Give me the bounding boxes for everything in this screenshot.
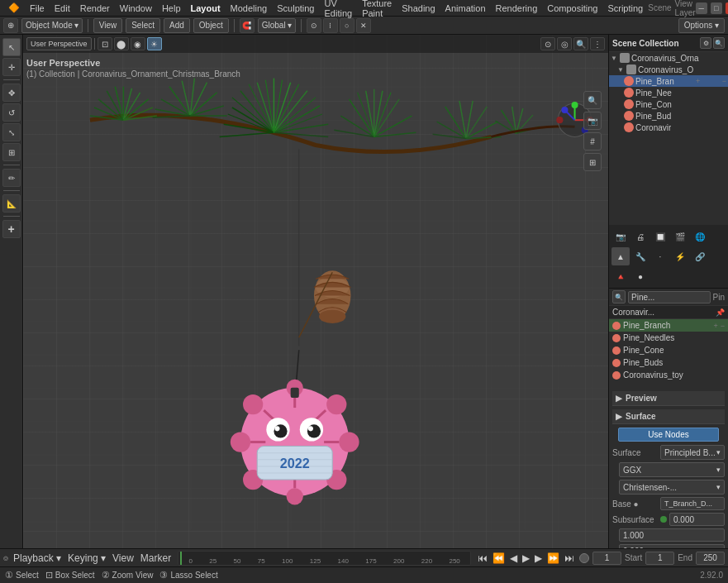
snap2-icon[interactable]: ⁞ bbox=[323, 18, 338, 33]
edit-menu[interactable]: Edit bbox=[50, 3, 75, 13]
surface-dropdown[interactable]: Principled B... ▾ bbox=[660, 445, 725, 460]
transform-space-btn[interactable]: ⊞ bbox=[583, 153, 602, 171]
blender-menu[interactable]: 🔶 bbox=[3, 2, 25, 13]
surface-header[interactable]: ▶ Surface bbox=[612, 409, 725, 424]
move-tool-btn[interactable]: ✥ bbox=[2, 84, 21, 102]
constraints-tab[interactable]: 🔗 bbox=[691, 247, 709, 265]
layout-tab[interactable]: Layout bbox=[186, 3, 226, 13]
tree-item-pine-buds[interactable]: Pine_Bud bbox=[609, 110, 728, 122]
view-menu[interactable]: View bbox=[111, 552, 136, 564]
marker-menu[interactable]: Marker bbox=[139, 552, 173, 564]
node-pine-branch[interactable]: Pine_Branch + − bbox=[609, 319, 728, 332]
ggx-dropdown[interactable]: GGX ▾ bbox=[619, 462, 725, 477]
pin-btn[interactable]: Pin bbox=[713, 293, 725, 302]
current-frame-field[interactable]: 1 bbox=[592, 552, 621, 565]
transform-tool-btn[interactable]: ⊞ bbox=[2, 143, 21, 161]
uv-editing-tab[interactable]: UV Editing bbox=[320, 0, 358, 18]
modeling-tab[interactable]: Modeling bbox=[226, 3, 273, 13]
node-pin-btn[interactable]: 📌 bbox=[716, 308, 725, 317]
prev-frame-btn[interactable]: ⏪ bbox=[491, 552, 507, 564]
preview-header[interactable]: ▶ Preview bbox=[612, 391, 725, 406]
scale-tool-btn[interactable]: ⤡ bbox=[2, 123, 21, 141]
scene-props-tab[interactable]: 🎬 bbox=[671, 227, 689, 246]
annotate-tool-btn[interactable]: ✏ bbox=[2, 169, 21, 187]
help-menu[interactable]: Help bbox=[157, 3, 186, 13]
file-menu[interactable]: File bbox=[25, 3, 50, 13]
select-status[interactable]: ① Select bbox=[5, 570, 39, 581]
christensen-dropdown[interactable]: Christensen-... ▾ bbox=[619, 480, 725, 495]
pivot-icon[interactable]: ⊙ bbox=[307, 18, 321, 33]
sculpting-tab[interactable]: Sculpting bbox=[272, 3, 319, 13]
box-select-status[interactable]: ⊡ Box Select bbox=[45, 570, 95, 581]
view-layer-tab[interactable]: 🔲 bbox=[651, 227, 669, 246]
lasso-status[interactable]: ③ Lasso Select bbox=[159, 570, 217, 581]
scene-label[interactable]: ⌾ bbox=[3, 553, 8, 562]
object-menu-btn[interactable]: Object bbox=[193, 18, 229, 33]
texture-paint-tab[interactable]: Texture Paint bbox=[357, 0, 397, 18]
material-name-field[interactable]: Pine... bbox=[628, 291, 711, 303]
tree-item-coronavirus[interactable]: Coronavir bbox=[609, 122, 728, 133]
data-tab[interactable]: 🔺 bbox=[611, 267, 630, 285]
scene-collection-settings-btn[interactable]: ⚙ bbox=[700, 37, 711, 49]
base-value[interactable]: T_Branch_D... bbox=[660, 497, 725, 510]
play-btn[interactable]: ▶ bbox=[521, 552, 531, 564]
tree-item-pine-branch[interactable]: Pine_Bran + − bbox=[609, 75, 728, 87]
window-menu[interactable]: Window bbox=[115, 3, 157, 13]
select-menu-btn[interactable]: Select bbox=[126, 18, 160, 33]
material-search-btn[interactable]: 🔍 bbox=[612, 290, 626, 303]
tree-item-pine-needles[interactable]: Pine_Nee bbox=[609, 87, 728, 98]
node-coronavirus[interactable]: Coronavirus_toy bbox=[609, 369, 728, 381]
select-tool-btn[interactable]: ↖ bbox=[2, 38, 21, 56]
animation-tab[interactable]: Animation bbox=[440, 3, 491, 13]
viewport[interactable]: User Perspective ⊡ ⬤ ◉ ☀ ⊙ ◎ 🔍 ⋮ User Pe… bbox=[23, 35, 608, 548]
physics-tab[interactable]: ⚡ bbox=[671, 247, 689, 265]
node-pine-needles[interactable]: Pine_Needles bbox=[609, 332, 728, 344]
jump-start-btn[interactable]: ⏮ bbox=[476, 552, 489, 564]
node-pine-cone[interactable]: Pine_Cone bbox=[609, 344, 728, 356]
tree-item-coronavirus-orna[interactable]: ▼ Coronavirus_O bbox=[609, 64, 728, 75]
render-menu[interactable]: Render bbox=[75, 3, 115, 13]
add-menu-btn[interactable]: Add bbox=[164, 18, 190, 33]
next-frame-btn[interactable]: ⏩ bbox=[545, 552, 561, 564]
timeline-ruler[interactable]: 0 25 50 75 100 125 140 175 200 220 250 bbox=[178, 551, 471, 566]
options-dropdown[interactable]: Options ▾ bbox=[678, 18, 725, 33]
rotate-tool-btn[interactable]: ↺ bbox=[2, 103, 21, 122]
object-props-tab[interactable]: ▲ bbox=[611, 247, 630, 265]
sub-val3[interactable]: 0.200 bbox=[619, 544, 725, 548]
compositing-tab[interactable]: Compositing bbox=[542, 3, 602, 13]
use-nodes-btn[interactable]: Use Nodes bbox=[618, 428, 719, 442]
record-btn[interactable] bbox=[579, 553, 589, 563]
minimize-button[interactable]: ─ bbox=[696, 2, 707, 14]
next-keyframe-btn[interactable]: ▶ bbox=[533, 552, 544, 564]
material-tab[interactable]: ● bbox=[631, 267, 649, 285]
view-menu-btn[interactable]: View bbox=[93, 18, 123, 33]
close-button[interactable]: ✕ bbox=[726, 2, 728, 14]
tree-item-collection[interactable]: ▼ Coronavirus_Orna bbox=[609, 52, 728, 64]
sub-val2[interactable]: 1.000 bbox=[619, 528, 725, 542]
camera-btn[interactable]: 📷 bbox=[583, 112, 602, 130]
cursor-tool-btn[interactable]: ✛ bbox=[2, 58, 21, 76]
scripting-tab[interactable]: Scripting bbox=[602, 3, 648, 13]
jump-end-btn[interactable]: ⏭ bbox=[563, 552, 576, 564]
shading-tab[interactable]: Shading bbox=[397, 3, 440, 13]
zoom-status[interactable]: ② Zoom View bbox=[102, 570, 154, 581]
playback-menu[interactable]: Playback ▾ bbox=[12, 552, 63, 564]
world-props-tab[interactable]: 🌐 bbox=[691, 227, 709, 246]
grid-btn[interactable]: # bbox=[583, 132, 602, 151]
node-pine-buds[interactable]: Pine_Buds bbox=[609, 356, 728, 369]
proportional-icon[interactable]: ○ bbox=[340, 18, 354, 33]
object-mode-dropdown[interactable]: Object Mode▾ bbox=[21, 18, 83, 33]
measure-tool-btn[interactable]: 📐 bbox=[2, 194, 21, 213]
x-icon[interactable]: ✕ bbox=[356, 18, 371, 33]
zoom-in-btn[interactable]: 🔍 bbox=[583, 91, 602, 109]
scene-collection-filter-btn[interactable]: 🔍 bbox=[713, 37, 725, 49]
render-props-tab[interactable]: 📷 bbox=[611, 227, 630, 246]
tree-item-pine-cone[interactable]: Pine_Con bbox=[609, 98, 728, 110]
maximize-button[interactable]: □ bbox=[711, 2, 722, 14]
end-frame-field[interactable]: 250 bbox=[696, 552, 725, 565]
start-frame-field[interactable]: 1 bbox=[645, 552, 674, 565]
snap-icon[interactable]: 🧲 bbox=[240, 18, 255, 33]
particles-tab[interactable]: · bbox=[651, 247, 669, 265]
prev-keyframe-btn[interactable]: ◀ bbox=[508, 552, 519, 564]
global-dropdown[interactable]: Global▾ bbox=[258, 18, 296, 33]
